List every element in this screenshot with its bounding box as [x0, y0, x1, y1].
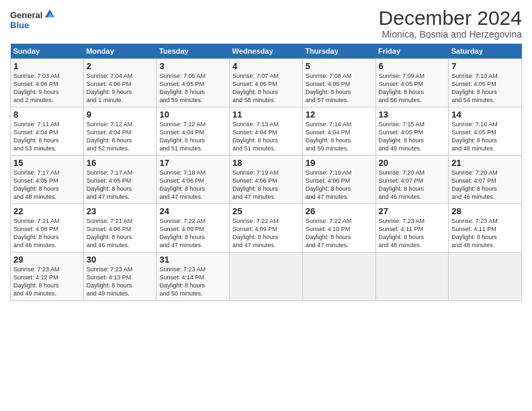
header-cell-saturday: Saturday [449, 44, 522, 59]
day-number: 27 [379, 206, 446, 216]
logo-blue: Blue [10, 20, 29, 30]
calendar-cell: 4Sunrise: 7:07 AM Sunset: 4:05 PM Daylig… [230, 59, 303, 107]
calendar-cell [302, 253, 375, 301]
logo-general: General [10, 10, 42, 20]
day-info: Sunrise: 7:19 AM Sunset: 4:06 PM Dayligh… [232, 169, 300, 201]
day-info: Sunrise: 7:22 AM Sunset: 4:09 PM Dayligh… [232, 217, 300, 250]
week-row-5: 29Sunrise: 7:23 AM Sunset: 4:12 PM Dayli… [11, 253, 522, 301]
logo-icon [44, 8, 56, 20]
header: General Blue December 2024 Mionica, Bosn… [10, 7, 522, 40]
day-number: 28 [451, 206, 519, 216]
main-title: December 2024 [379, 7, 522, 29]
header-cell-thursday: Thursday [302, 44, 375, 59]
day-info: Sunrise: 7:23 AM Sunset: 4:11 PM Dayligh… [451, 217, 519, 250]
day-info: Sunrise: 7:18 AM Sunset: 4:06 PM Dayligh… [159, 169, 226, 201]
calendar-cell: 30Sunrise: 7:23 AM Sunset: 4:13 PM Dayli… [83, 253, 157, 301]
day-info: Sunrise: 7:17 AM Sunset: 4:05 PM Dayligh… [13, 169, 81, 201]
day-info: Sunrise: 7:13 AM Sunset: 4:04 PM Dayligh… [232, 120, 300, 153]
day-number: 31 [159, 255, 226, 265]
week-row-1: 1Sunrise: 7:03 AM Sunset: 4:06 PM Daylig… [11, 59, 522, 107]
calendar-cell: 13Sunrise: 7:15 AM Sunset: 4:05 PM Dayli… [375, 107, 449, 156]
day-number: 17 [159, 158, 226, 168]
day-info: Sunrise: 7:12 AM Sunset: 4:04 PM Dayligh… [159, 120, 226, 153]
calendar-cell: 31Sunrise: 7:23 AM Sunset: 4:14 PM Dayli… [157, 253, 230, 301]
header-cell-sunday: Sunday [11, 44, 84, 59]
day-number: 14 [451, 109, 519, 120]
day-info: Sunrise: 7:23 AM Sunset: 4:11 PM Dayligh… [379, 217, 446, 250]
calendar-cell: 22Sunrise: 7:21 AM Sunset: 4:08 PM Dayli… [11, 204, 84, 253]
calendar-table: SundayMondayTuesdayWednesdayThursdayFrid… [10, 44, 522, 301]
calendar-cell: 7Sunrise: 7:10 AM Sunset: 4:05 PM Daylig… [449, 59, 522, 107]
day-number: 2 [87, 61, 154, 71]
day-info: Sunrise: 7:22 AM Sunset: 4:10 PM Dayligh… [306, 217, 373, 250]
week-row-2: 8Sunrise: 7:11 AM Sunset: 4:04 PM Daylig… [11, 107, 522, 156]
calendar-cell [375, 253, 449, 301]
day-info: Sunrise: 7:21 AM Sunset: 4:08 PM Dayligh… [87, 217, 154, 250]
calendar-cell: 15Sunrise: 7:17 AM Sunset: 4:05 PM Dayli… [11, 156, 84, 204]
day-info: Sunrise: 7:09 AM Sunset: 4:05 PM Dayligh… [379, 72, 446, 105]
calendar-cell: 23Sunrise: 7:21 AM Sunset: 4:08 PM Dayli… [83, 204, 157, 253]
calendar-cell: 27Sunrise: 7:23 AM Sunset: 4:11 PM Dayli… [375, 204, 449, 253]
calendar-cell: 3Sunrise: 7:05 AM Sunset: 4:05 PM Daylig… [157, 59, 230, 107]
calendar-cell: 24Sunrise: 7:22 AM Sunset: 4:09 PM Dayli… [157, 204, 230, 253]
day-info: Sunrise: 7:12 AM Sunset: 4:04 PM Dayligh… [87, 120, 154, 153]
day-number: 25 [232, 206, 300, 216]
calendar-cell: 5Sunrise: 7:08 AM Sunset: 4:05 PM Daylig… [302, 59, 375, 107]
day-number: 20 [379, 158, 446, 168]
day-info: Sunrise: 7:07 AM Sunset: 4:05 PM Dayligh… [232, 72, 300, 105]
day-number: 21 [451, 158, 519, 168]
day-number: 9 [87, 109, 154, 120]
header-cell-monday: Monday [83, 44, 157, 59]
day-info: Sunrise: 7:19 AM Sunset: 4:06 PM Dayligh… [306, 169, 373, 201]
day-info: Sunrise: 7:16 AM Sunset: 4:05 PM Dayligh… [451, 120, 519, 153]
day-number: 12 [306, 109, 373, 120]
day-number: 29 [13, 255, 81, 265]
calendar-cell: 14Sunrise: 7:16 AM Sunset: 4:05 PM Dayli… [449, 107, 522, 156]
day-number: 26 [306, 206, 373, 216]
header-cell-tuesday: Tuesday [157, 44, 230, 59]
calendar-cell: 18Sunrise: 7:19 AM Sunset: 4:06 PM Dayli… [230, 156, 303, 204]
day-info: Sunrise: 7:22 AM Sunset: 4:09 PM Dayligh… [159, 217, 226, 250]
day-number: 4 [232, 61, 300, 71]
title-area: December 2024 Mionica, Bosnia and Herzeg… [379, 7, 522, 40]
day-number: 8 [13, 109, 81, 120]
day-info: Sunrise: 7:23 AM Sunset: 4:12 PM Dayligh… [13, 265, 81, 298]
day-info: Sunrise: 7:20 AM Sunset: 4:07 PM Dayligh… [451, 169, 519, 201]
calendar-cell: 17Sunrise: 7:18 AM Sunset: 4:06 PM Dayli… [157, 156, 230, 204]
calendar-cell: 28Sunrise: 7:23 AM Sunset: 4:11 PM Dayli… [449, 204, 522, 253]
header-cell-friday: Friday [375, 44, 449, 59]
calendar-cell: 10Sunrise: 7:12 AM Sunset: 4:04 PM Dayli… [157, 107, 230, 156]
calendar-cell: 16Sunrise: 7:17 AM Sunset: 4:05 PM Dayli… [83, 156, 157, 204]
calendar-cell: 12Sunrise: 7:14 AM Sunset: 4:04 PM Dayli… [302, 107, 375, 156]
day-info: Sunrise: 7:17 AM Sunset: 4:05 PM Dayligh… [87, 169, 154, 201]
day-info: Sunrise: 7:20 AM Sunset: 4:07 PM Dayligh… [379, 169, 446, 201]
day-info: Sunrise: 7:23 AM Sunset: 4:13 PM Dayligh… [87, 265, 154, 298]
day-number: 30 [87, 255, 154, 265]
day-number: 7 [451, 61, 519, 71]
calendar-cell: 2Sunrise: 7:04 AM Sunset: 4:06 PM Daylig… [83, 59, 157, 107]
calendar-cell: 11Sunrise: 7:13 AM Sunset: 4:04 PM Dayli… [230, 107, 303, 156]
calendar-cell: 8Sunrise: 7:11 AM Sunset: 4:04 PM Daylig… [11, 107, 84, 156]
week-row-4: 22Sunrise: 7:21 AM Sunset: 4:08 PM Dayli… [11, 204, 522, 253]
calendar-cell: 1Sunrise: 7:03 AM Sunset: 4:06 PM Daylig… [11, 59, 84, 107]
day-number: 22 [13, 206, 81, 216]
day-number: 24 [159, 206, 226, 216]
header-cell-wednesday: Wednesday [230, 44, 303, 59]
day-number: 16 [87, 158, 154, 168]
day-number: 6 [379, 61, 446, 71]
day-info: Sunrise: 7:04 AM Sunset: 4:06 PM Dayligh… [87, 72, 154, 105]
day-number: 18 [232, 158, 300, 168]
day-info: Sunrise: 7:05 AM Sunset: 4:05 PM Dayligh… [159, 72, 226, 105]
day-number: 13 [379, 109, 446, 120]
day-info: Sunrise: 7:03 AM Sunset: 4:06 PM Dayligh… [13, 72, 81, 105]
day-number: 10 [159, 109, 226, 120]
day-number: 5 [306, 61, 373, 71]
day-number: 15 [13, 158, 81, 168]
logo: General Blue [10, 7, 56, 30]
calendar-cell: 19Sunrise: 7:19 AM Sunset: 4:06 PM Dayli… [302, 156, 375, 204]
day-number: 11 [232, 109, 300, 120]
calendar-cell [449, 253, 522, 301]
day-number: 23 [87, 206, 154, 216]
calendar-cell: 21Sunrise: 7:20 AM Sunset: 4:07 PM Dayli… [449, 156, 522, 204]
day-info: Sunrise: 7:08 AM Sunset: 4:05 PM Dayligh… [306, 72, 373, 105]
